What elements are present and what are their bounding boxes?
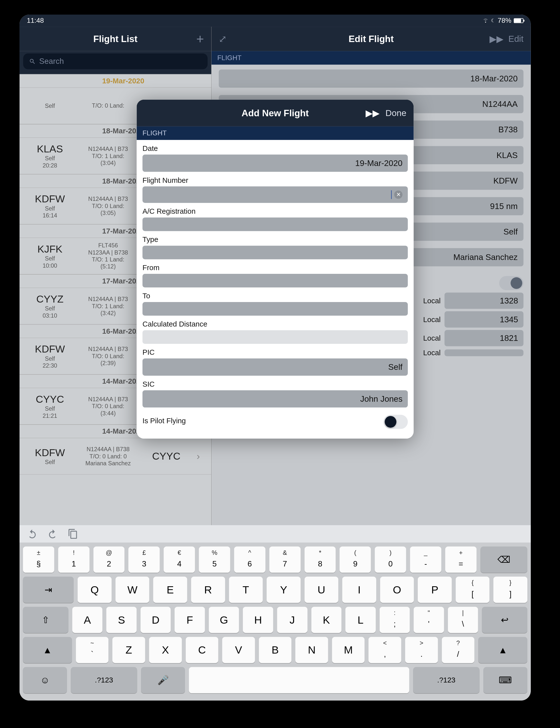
key-7[interactable]: &7 — [269, 546, 301, 573]
key-Q[interactable]: Q — [78, 577, 112, 603]
sic-field[interactable]: John Jones — [142, 390, 408, 408]
from-role: Self — [45, 459, 55, 466]
return-key[interactable]: ↩ — [482, 607, 527, 633]
hide-keyboard-key[interactable]: ⌨ — [483, 667, 527, 693]
flight-row[interactable]: KDFW Self N1244AA | B738 T/O: 0 Land: 0 … — [20, 438, 211, 474]
from-role: Self — [45, 155, 55, 162]
key-1[interactable]: !1 — [58, 546, 90, 573]
key-0[interactable]: )0 — [375, 546, 406, 573]
key-backtick[interactable]: ~` — [76, 637, 109, 663]
edit-button[interactable]: Edit — [508, 34, 523, 44]
key-4[interactable]: €4 — [164, 546, 195, 573]
key-L[interactable]: L — [345, 607, 375, 633]
key-B[interactable]: B — [259, 637, 291, 663]
key-=[interactable]: += — [445, 546, 477, 573]
from-role: Self — [45, 305, 55, 312]
key-A[interactable]: A — [72, 607, 102, 633]
search-placeholder: Search — [39, 57, 64, 66]
key-P[interactable]: P — [418, 577, 452, 603]
key-I[interactable]: I — [342, 577, 376, 603]
key-Z[interactable]: Z — [113, 637, 145, 663]
capslock-key[interactable]: ⇧ — [23, 607, 68, 633]
from-field[interactable] — [142, 274, 408, 287]
to-field[interactable] — [142, 302, 408, 316]
search-input[interactable]: Search — [23, 53, 208, 69]
mic-key[interactable]: 🎤 — [141, 667, 185, 693]
key-U[interactable]: U — [304, 577, 338, 603]
flight-to-col: CYYC — [136, 450, 197, 462]
key-punct[interactable]: ?/ — [442, 637, 474, 663]
key-punct[interactable]: |\ — [448, 607, 478, 633]
key-G[interactable]: G — [209, 607, 239, 633]
key-J[interactable]: J — [277, 607, 307, 633]
modal-done-button[interactable]: Done — [385, 108, 406, 118]
key-bracket[interactable]: {[ — [456, 577, 490, 603]
key--[interactable]: _- — [410, 546, 442, 573]
key-6[interactable]: ^6 — [234, 546, 265, 573]
key-W[interactable]: W — [116, 577, 149, 603]
expand-icon[interactable]: ⤢ — [219, 33, 227, 45]
flightno-field[interactable]: ✕ — [142, 186, 408, 203]
pilot-flying-toggle[interactable] — [499, 276, 523, 290]
key-punct[interactable]: :; — [379, 607, 410, 633]
key-3[interactable]: £3 — [129, 546, 160, 573]
key-F[interactable]: F — [175, 607, 205, 633]
clear-icon[interactable]: ✕ — [394, 190, 402, 199]
flight-from-col: Self — [20, 102, 80, 109]
flight-list-title: Flight List — [93, 34, 137, 44]
reg-field[interactable] — [142, 217, 408, 231]
key-punct[interactable]: <, — [369, 637, 401, 663]
key-O[interactable]: O — [380, 577, 414, 603]
key-X[interactable]: X — [149, 637, 182, 663]
from-time: 21:21 — [43, 412, 57, 419]
mode-key[interactable]: .?123 — [413, 667, 479, 693]
key-2[interactable]: @2 — [93, 546, 125, 573]
shift-key[interactable]: ▲ — [478, 637, 527, 663]
text-cursor — [391, 190, 392, 199]
key-§[interactable]: ±§ — [23, 546, 54, 573]
key-M[interactable]: M — [332, 637, 365, 663]
key-E[interactable]: E — [153, 577, 187, 603]
key-8[interactable]: *8 — [304, 546, 336, 573]
backspace-key[interactable]: ⌫ — [480, 546, 527, 573]
edit-flight-header: ⤢ Edit Flight ▶▶ Edit — [211, 27, 531, 51]
key-punct[interactable]: "' — [414, 607, 444, 633]
key-D[interactable]: D — [140, 607, 171, 633]
date-field[interactable]: 19-Mar-2020 — [142, 155, 408, 172]
from-time: 03:10 — [43, 312, 57, 319]
key-R[interactable]: R — [191, 577, 225, 603]
key-T[interactable]: T — [229, 577, 263, 603]
clipboard-icon[interactable] — [68, 529, 78, 539]
from-time: 16:14 — [43, 212, 57, 219]
pic-field[interactable]: Self — [142, 358, 408, 376]
key-H[interactable]: H — [243, 607, 273, 633]
key-C[interactable]: C — [186, 637, 218, 663]
search-row: Search — [20, 51, 211, 74]
redo-icon[interactable] — [47, 529, 58, 539]
modal-fastforward-icon[interactable]: ▶▶ — [366, 108, 380, 118]
undo-icon[interactable] — [27, 529, 37, 539]
key-Y[interactable]: Y — [267, 577, 301, 603]
emoji-key[interactable]: ☺ — [23, 667, 67, 693]
key-S[interactable]: S — [106, 607, 137, 633]
reg-label: A/C Registration — [142, 207, 408, 215]
key-5[interactable]: %5 — [199, 546, 230, 573]
fastforward-icon[interactable]: ▶▶ — [490, 34, 504, 44]
tab-key[interactable]: ⇥ — [23, 577, 74, 603]
space-key[interactable] — [189, 667, 409, 693]
pilotflying-toggle[interactable] — [383, 415, 408, 429]
shift-key[interactable]: ▲ — [23, 637, 72, 663]
time-local-value: 1328 — [444, 293, 523, 309]
from-role: Self — [45, 205, 55, 212]
from-time: 22:30 — [43, 362, 57, 369]
mode-key[interactable]: .?123 — [71, 667, 137, 693]
key-9[interactable]: (9 — [340, 546, 371, 573]
add-flight-button[interactable]: + — [196, 31, 204, 47]
key-V[interactable]: V — [222, 637, 255, 663]
key-bracket[interactable]: }] — [493, 577, 527, 603]
type-field[interactable] — [142, 246, 408, 259]
key-punct[interactable]: >. — [405, 637, 438, 663]
key-N[interactable]: N — [295, 637, 328, 663]
key-K[interactable]: K — [311, 607, 341, 633]
flight-mid-col: N1244AA | B738 T/O: 0 Land: 0 Mariana Sa… — [80, 446, 136, 467]
